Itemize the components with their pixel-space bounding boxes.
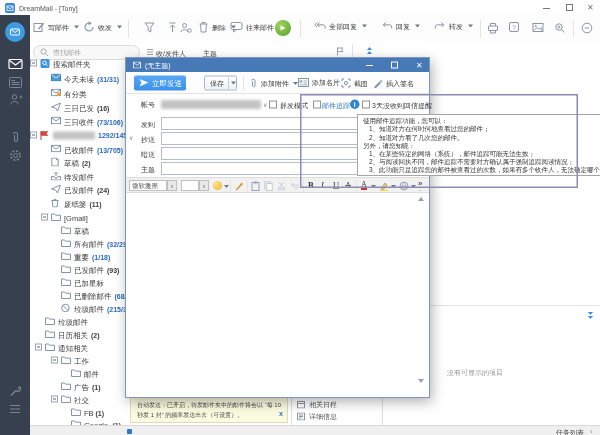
contacts-icon[interactable] (9, 93, 23, 106)
tree-item-已删除邮件[interactable]: 已删除邮件(68/159) (30, 289, 125, 302)
font-size-dropdown-icon[interactable]: ∨ (199, 180, 209, 191)
font-color-button[interactable]: A (361, 180, 367, 190)
emoji-icon[interactable] (213, 181, 222, 190)
expand-section-icon[interactable] (588, 312, 593, 319)
tree-item-今天未读[interactable]: 今天未读(31/31) (30, 72, 125, 85)
related-schedule-link[interactable]: 相关日程 (297, 400, 337, 409)
tree-item-已发邮件[interactable]: 已发邮件(93) (30, 263, 125, 276)
tree-expander-icon[interactable] (35, 344, 42, 351)
font-color-dropdown-icon[interactable] (371, 185, 376, 188)
send-receive-button[interactable]: 收发 (83, 21, 122, 33)
reply-all-button[interactable]: 全部回复 (314, 21, 367, 31)
forward-button[interactable]: 转发 (434, 21, 473, 31)
settings-icon[interactable] (9, 149, 22, 162)
tree-item-已加星标[interactable]: 已加星标 (30, 276, 125, 289)
highlight-icon[interactable] (379, 181, 389, 191)
screenshot-button[interactable]: 截图 (341, 78, 368, 88)
link-dropdown-icon[interactable] (411, 185, 416, 188)
copy-icon[interactable] (264, 181, 273, 191)
task-list-label[interactable]: 任务列表 (556, 428, 584, 435)
close-button[interactable]: ✕ (587, 3, 594, 11)
cc-collapse-icon[interactable]: ∨ (129, 135, 133, 141)
cut-icon[interactable] (277, 181, 286, 191)
tree-item-搜索邮件夹[interactable]: 搜索邮件夹 (30, 57, 125, 70)
dialog-close-button[interactable]: ✕ (416, 61, 423, 69)
account-dropdown-icon[interactable]: ∨ (263, 102, 267, 108)
tree-item-垃圾邮件[interactable]: 垃圾邮件 (30, 315, 125, 328)
tree-item-account[interactable]: 1292/1452 (30, 129, 125, 142)
flag-column-icon[interactable] (336, 47, 344, 56)
task-list-chevron[interactable]: ‹ (590, 427, 592, 435)
highlight-dropdown-icon[interactable] (391, 185, 396, 188)
menu-icon[interactable] (9, 404, 21, 414)
underline-button[interactable]: U (333, 181, 339, 190)
dialog-minimize-button[interactable] (366, 65, 373, 66)
scroll-down-icon[interactable] (418, 379, 424, 383)
reply-button[interactable]: 回复 (381, 21, 420, 31)
compose-button[interactable]: 写邮件 (33, 21, 79, 33)
print-icon[interactable] (487, 22, 499, 34)
add-attachment-button[interactable]: 添加附件 (249, 78, 298, 89)
message-body[interactable] (127, 194, 428, 397)
dialog-maximize-button[interactable] (391, 62, 398, 69)
emoji-dropdown-icon[interactable] (224, 185, 229, 188)
save-button[interactable]: 保存 (204, 76, 237, 91)
tree-item-废纸篓[interactable]: 废纸篓(11) (30, 197, 125, 210)
maximize-button[interactable] (566, 4, 573, 11)
insert-link-icon[interactable] (399, 181, 409, 191)
tree-item-所有邮件[interactable]: 所有邮件(32/296) (30, 237, 125, 250)
thread-column-icon[interactable] (146, 48, 154, 56)
collapse-circle-icon[interactable] (581, 22, 593, 34)
remind-checkbox[interactable] (362, 101, 370, 109)
send-now-button[interactable]: 立即发送 (134, 76, 186, 91)
mass-send-checkbox[interactable] (269, 101, 277, 109)
tree-expander-icon[interactable] (30, 132, 37, 139)
tree-item-已发邮件[interactable]: 已发邮件(24) (30, 183, 125, 196)
tree-item-垃圾邮件[interactable]: 垃圾邮件(215/377) (30, 302, 125, 315)
tree-item-重要[interactable]: 重要(1/18) (30, 250, 125, 263)
font-family-dropdown-icon[interactable]: ∨ (167, 180, 177, 191)
tree-item-草稿[interactable]: 草稿 (30, 224, 125, 237)
tree-item-三日已发[interactable]: 三日已发(16) (30, 101, 125, 114)
tree-item-Google[interactable]: Google(1) (30, 418, 125, 426)
filter-icon[interactable] (144, 22, 155, 33)
format-brush-icon[interactable] (234, 181, 244, 191)
collapse-pane-icon[interactable] (367, 47, 372, 54)
help-icon[interactable]: ? (509, 22, 519, 32)
correspondence-button[interactable]: 往来邮件 (230, 21, 274, 33)
online-status-icon[interactable] (275, 20, 291, 36)
font-family-select[interactable]: 微软雅黑 (129, 180, 167, 191)
add-card-button[interactable]: 添加名片 (298, 78, 340, 87)
contact-mail-icon[interactable] (180, 22, 192, 33)
tree-item-三日收件[interactable]: 三日收件(73/106) (30, 115, 125, 128)
tree-expander-icon[interactable] (41, 214, 48, 221)
insert-signature-button[interactable]: 插入签名 (373, 78, 414, 88)
dreammail-logo-icon[interactable] (5, 22, 25, 42)
paste-icon[interactable] (251, 181, 260, 191)
tree-item-已收邮件[interactable]: 已收邮件(13/705) (30, 143, 125, 156)
tree-item-有分类[interactable]: 有分类 (30, 87, 125, 100)
tree-item-[Gmail][interactable]: [Gmail] (30, 211, 125, 224)
bold-button[interactable]: B (308, 181, 314, 190)
mail-icon[interactable] (8, 58, 23, 70)
tree-item-草稿[interactable]: 草稿(2) (30, 156, 125, 169)
tree-item-社交[interactable]: 社交 (30, 393, 125, 406)
details-link[interactable]: 详细信息 (297, 412, 337, 421)
card-view-icon[interactable] (9, 77, 22, 88)
font-size-select[interactable] (181, 180, 199, 191)
tree-item-日历相关[interactable]: 日历相关(2) (30, 328, 125, 341)
tree-item-工作[interactable]: 工作 (30, 354, 125, 367)
tree-expander-icon[interactable] (51, 357, 58, 364)
tree-expander-icon[interactable] (30, 60, 37, 67)
wrench-icon[interactable] (9, 384, 22, 397)
tree-expander-icon[interactable] (51, 396, 58, 403)
info-icon[interactable]: i (350, 100, 360, 110)
upload-icon[interactable] (167, 22, 178, 33)
image-icon[interactable] (532, 22, 544, 33)
attachment-icon[interactable] (10, 131, 21, 144)
account-value-redacted[interactable] (161, 100, 261, 109)
track-checkbox[interactable] (313, 101, 321, 109)
minimize-button[interactable] (543, 8, 550, 9)
tree-item-广告[interactable]: 广告(1) (30, 380, 125, 393)
tree-item-通知相关[interactable]: 通知相关 (30, 341, 125, 354)
